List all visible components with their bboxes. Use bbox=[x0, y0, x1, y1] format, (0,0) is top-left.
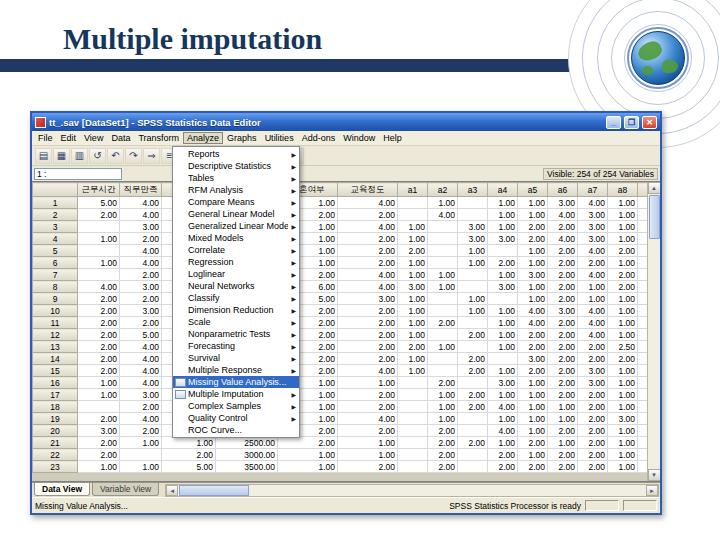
data-cell[interactable]: 1.00 bbox=[518, 245, 548, 257]
scroll-down-icon[interactable]: ▼ bbox=[648, 469, 661, 481]
data-cell[interactable]: 2.00 bbox=[548, 461, 578, 473]
data-cell[interactable]: 1.00 bbox=[428, 197, 458, 209]
data-cell[interactable] bbox=[428, 233, 458, 245]
data-cell[interactable]: 1.00 bbox=[458, 245, 488, 257]
menubar-item-analyze[interactable]: Analyze bbox=[183, 132, 223, 144]
data-cell[interactable]: 3500.00 bbox=[216, 461, 278, 473]
data-cell[interactable]: 4.00 bbox=[518, 305, 548, 317]
data-cell[interactable]: 2.00 bbox=[458, 365, 488, 377]
row-number[interactable]: 15 bbox=[33, 365, 78, 377]
data-cell[interactable]: 1.00 bbox=[278, 461, 338, 473]
column-header-a4[interactable]: a4 bbox=[488, 183, 518, 197]
data-cell[interactable]: 4.00 bbox=[120, 353, 162, 365]
save-icon[interactable]: ▦ bbox=[53, 148, 70, 164]
analyze-menu-item-quality-control[interactable]: Quality Control▶ bbox=[173, 412, 299, 424]
data-cell[interactable]: 2500.00 bbox=[216, 437, 278, 449]
data-cell[interactable]: 2.00 bbox=[548, 425, 578, 437]
data-cell[interactable]: 2.00 bbox=[578, 413, 608, 425]
data-cell[interactable]: 1.00 bbox=[488, 269, 518, 281]
data-cell[interactable]: 2.00 bbox=[338, 329, 398, 341]
data-cell[interactable]: 1.00 bbox=[608, 221, 638, 233]
data-cell[interactable]: 1.00 bbox=[608, 389, 638, 401]
data-cell[interactable]: 2.00 bbox=[338, 305, 398, 317]
data-cell[interactable]: 1.00 bbox=[488, 305, 518, 317]
data-cell[interactable]: 2.00 bbox=[518, 341, 548, 353]
data-cell[interactable]: 3.00 bbox=[578, 365, 608, 377]
data-cell[interactable]: 4.00 bbox=[338, 221, 398, 233]
data-cell[interactable]: 2.00 bbox=[518, 365, 548, 377]
row-number[interactable]: 21 bbox=[33, 437, 78, 449]
data-cell[interactable]: 1.00 bbox=[548, 437, 578, 449]
data-cell[interactable]: 1.00 bbox=[278, 449, 338, 461]
data-cell[interactable]: 3.00 bbox=[120, 305, 162, 317]
vertical-scrollbar-thumb[interactable] bbox=[649, 195, 660, 239]
data-cell[interactable]: 2.00 bbox=[78, 365, 120, 377]
data-cell[interactable]: 1.00 bbox=[398, 269, 428, 281]
data-cell[interactable] bbox=[120, 449, 162, 461]
data-cell[interactable]: 4.00 bbox=[548, 233, 578, 245]
analyze-menu-item-compare-means[interactable]: Compare Means▶ bbox=[173, 196, 299, 208]
data-cell[interactable]: 4.00 bbox=[578, 317, 608, 329]
row-number[interactable]: 5 bbox=[33, 245, 78, 257]
data-cell[interactable]: 1.00 bbox=[488, 341, 518, 353]
data-cell[interactable] bbox=[428, 293, 458, 305]
column-header-a8[interactable]: a8 bbox=[608, 183, 638, 197]
data-cell[interactable]: 1.00 bbox=[458, 293, 488, 305]
data-cell[interactable]: 2.00 bbox=[78, 209, 120, 221]
data-cell[interactable]: 2.00 bbox=[428, 437, 458, 449]
data-cell[interactable] bbox=[398, 197, 428, 209]
cell-reference-box[interactable]: 1 : bbox=[34, 168, 122, 180]
data-cell[interactable]: 2.00 bbox=[578, 461, 608, 473]
data-cell[interactable]: 2.00 bbox=[338, 245, 398, 257]
data-cell[interactable]: 2.00 bbox=[78, 317, 120, 329]
analyze-menu-item-reports[interactable]: Reports▶ bbox=[173, 148, 299, 160]
column-header-a2[interactable]: a2 bbox=[428, 183, 458, 197]
data-cell[interactable]: 1.00 bbox=[488, 221, 518, 233]
data-cell[interactable] bbox=[458, 377, 488, 389]
analyze-menu-item-mixed-models[interactable]: Mixed Models▶ bbox=[173, 232, 299, 244]
recall-dialogs-icon[interactable]: ↺ bbox=[89, 148, 106, 164]
data-cell[interactable]: 2.00 bbox=[338, 341, 398, 353]
data-cell[interactable]: 2.00 bbox=[338, 353, 398, 365]
data-cell[interactable]: 1.00 bbox=[78, 461, 120, 473]
data-cell[interactable]: 4.00 bbox=[120, 413, 162, 425]
menubar-item-help[interactable]: Help bbox=[379, 132, 406, 144]
column-header-a3[interactable]: a3 bbox=[458, 183, 488, 197]
data-cell[interactable]: 2.00 bbox=[338, 209, 398, 221]
data-cell[interactable]: 1.00 bbox=[608, 401, 638, 413]
data-cell[interactable]: 1.00 bbox=[548, 413, 578, 425]
data-cell[interactable]: 1.00 bbox=[608, 461, 638, 473]
data-cell[interactable]: 2.00 bbox=[338, 425, 398, 437]
data-cell[interactable]: 2.00 bbox=[428, 461, 458, 473]
data-cell[interactable]: 1.00 bbox=[488, 197, 518, 209]
data-cell[interactable]: 1.00 bbox=[488, 389, 518, 401]
data-cell[interactable]: 2.00 bbox=[578, 257, 608, 269]
analyze-menu-item-loglinear[interactable]: Loglinear▶ bbox=[173, 268, 299, 280]
data-cell[interactable]: 1.00 bbox=[428, 281, 458, 293]
data-cell[interactable]: 4.00 bbox=[488, 425, 518, 437]
data-cell[interactable] bbox=[78, 269, 120, 281]
data-cell[interactable]: 1.00 bbox=[338, 449, 398, 461]
data-cell[interactable] bbox=[78, 245, 120, 257]
data-cell[interactable] bbox=[428, 221, 458, 233]
analyze-menu-item-correlate[interactable]: Correlate▶ bbox=[173, 244, 299, 256]
data-cell[interactable]: 3.00 bbox=[518, 269, 548, 281]
data-cell[interactable]: 2.00 bbox=[338, 233, 398, 245]
data-cell[interactable]: 2.00 bbox=[548, 221, 578, 233]
data-cell[interactable]: 1.00 bbox=[428, 401, 458, 413]
data-cell[interactable]: 4.00 bbox=[578, 269, 608, 281]
data-cell[interactable]: 4.00 bbox=[578, 329, 608, 341]
row-number[interactable]: 8 bbox=[33, 281, 78, 293]
data-cell[interactable]: 5.00 bbox=[78, 197, 120, 209]
data-cell[interactable]: 4.00 bbox=[428, 209, 458, 221]
data-cell[interactable]: 2.00 bbox=[608, 245, 638, 257]
goto-case-icon[interactable]: ⇒ bbox=[143, 148, 160, 164]
data-cell[interactable]: 4.00 bbox=[578, 245, 608, 257]
row-number[interactable]: 12 bbox=[33, 329, 78, 341]
data-cell[interactable]: 2.00 bbox=[428, 425, 458, 437]
data-cell[interactable]: 4.00 bbox=[120, 245, 162, 257]
menubar-item-transform[interactable]: Transform bbox=[134, 132, 183, 144]
menubar-item-utilities[interactable]: Utilities bbox=[261, 132, 298, 144]
column-header-col6[interactable]: 교육정도 bbox=[338, 183, 398, 197]
data-cell[interactable]: 1.00 bbox=[518, 425, 548, 437]
